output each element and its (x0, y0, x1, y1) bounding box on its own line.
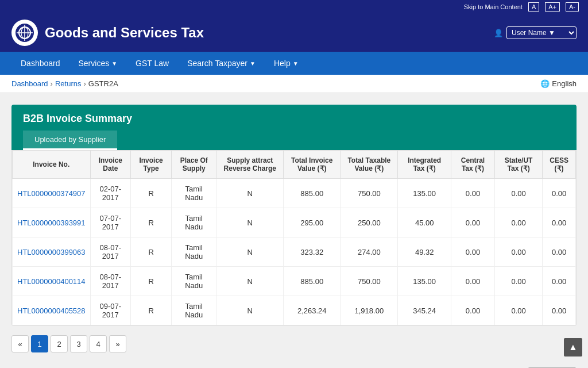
invoice-type-cell: R (131, 179, 172, 208)
pagination-page-2[interactable]: 2 (51, 335, 68, 352)
pagination-page-3[interactable]: 3 (70, 335, 87, 352)
place-of-supply-cell: Tamil Nadu (172, 267, 216, 296)
invoice-table: Invoice No. Invoice Date Invoice Type Pl… (12, 150, 576, 325)
help-caret-icon: ▼ (293, 60, 299, 67)
place-of-supply-cell: Tamil Nadu (172, 179, 216, 208)
section-header: B2B Invoice Summary Uploaded by Supplier (11, 105, 577, 150)
invoice-date-cell: 08-07-2017 (90, 237, 131, 267)
nav-help[interactable]: Help ▼ (265, 52, 308, 75)
col-integrated-tax: Integrated Tax (₹) (398, 151, 451, 179)
breadcrumb-sep1: › (51, 79, 53, 88)
back-area: BACK (11, 362, 577, 368)
total-taxable-value-cell: 1,918.00 (341, 296, 398, 325)
invoice-link: HTL0000000405528 (17, 306, 86, 315)
invoice-link: HTL0000000374907 (17, 189, 86, 198)
invoice-date-cell: 08-07-2017 (90, 267, 131, 296)
nav-services[interactable]: Services ▼ (69, 52, 127, 75)
font-normal[interactable]: A (528, 2, 539, 12)
reverse-charge-cell: N (216, 179, 284, 208)
pagination-next[interactable]: » (109, 335, 126, 352)
top-bar: Skip to Main Content A A+ A- (0, 0, 588, 14)
pagination-page-1[interactable]: 1 (31, 335, 48, 352)
col-total-taxable-value: Total Taxable Value (₹) (341, 151, 398, 179)
pagination-page-4[interactable]: 4 (90, 335, 107, 352)
invoice-link: HTL0000000400114 (17, 277, 86, 286)
col-central-tax: Central Tax (₹) (451, 151, 495, 179)
invoice-no-cell[interactable]: HTL0000000399063 (13, 237, 91, 267)
nav-gst-law[interactable]: GST Law (126, 52, 178, 75)
invoice-date-cell: 02-07-2017 (90, 179, 131, 208)
font-small[interactable]: A- (566, 2, 579, 12)
scroll-to-top[interactable]: ▲ (564, 338, 582, 356)
col-state-ut-tax: State/UT Tax (₹) (494, 151, 542, 179)
breadcrumb-bar: Dashboard › Returns › GSTR2A 🌐 English (0, 75, 588, 93)
nav-dashboard[interactable]: Dashboard (11, 52, 69, 75)
place-of-supply-cell: Tamil Nadu (172, 208, 216, 237)
tab-uploaded-by-supplier[interactable]: Uploaded by Supplier (23, 131, 117, 150)
integrated-tax-cell: 49.32 (398, 237, 451, 267)
invoice-link: HTL0000000393991 (17, 218, 86, 227)
skip-link[interactable]: Skip to Main Content (464, 3, 523, 10)
reverse-charge-cell: N (216, 296, 284, 325)
breadcrumb-sep2: › (83, 79, 86, 88)
invoice-type-cell: R (131, 237, 172, 267)
col-reverse-charge: Supply attract Reverse Charge (216, 151, 284, 179)
central-tax-cell: 0.00 (451, 208, 495, 237)
reverse-charge-cell: N (216, 267, 284, 296)
invoice-no-cell[interactable]: HTL0000000400114 (13, 267, 91, 296)
total-invoice-value-cell: 885.00 (284, 267, 341, 296)
total-invoice-value-cell: 2,263.24 (284, 296, 341, 325)
state-ut-tax-cell: 0.00 (494, 237, 542, 267)
search-caret-icon: ▼ (250, 60, 256, 67)
section-title: B2B Invoice Summary (23, 113, 565, 125)
breadcrumb-current: GSTR2A (88, 79, 118, 88)
breadcrumb-dashboard[interactable]: Dashboard (11, 79, 48, 88)
state-ut-tax-cell: 0.00 (494, 208, 542, 237)
total-taxable-value-cell: 750.00 (341, 267, 398, 296)
font-large[interactable]: A+ (545, 2, 560, 12)
section-tabs: Uploaded by Supplier (23, 131, 565, 150)
breadcrumb: Dashboard › Returns › GSTR2A (11, 79, 118, 88)
invoice-type-cell: R (131, 267, 172, 296)
cess-cell: 0.00 (543, 296, 576, 325)
reverse-charge-cell: N (216, 237, 284, 267)
invoice-date-cell: 07-07-2017 (90, 208, 131, 237)
nav-search-taxpayer[interactable]: Search Taxpayer ▼ (178, 52, 265, 75)
invoice-no-cell[interactable]: HTL0000000374907 (13, 179, 91, 208)
user-icon: 👤 (494, 29, 503, 37)
central-tax-cell: 0.00 (451, 267, 495, 296)
state-ut-tax-cell: 0.00 (494, 267, 542, 296)
state-ut-tax-cell: 0.00 (494, 179, 542, 208)
site-title: Goods and Services Tax (45, 25, 204, 41)
invoice-date-cell: 09-07-2017 (90, 296, 131, 325)
col-place-of-supply: Place Of Supply (172, 151, 216, 179)
globe-icon: 🌐 (540, 79, 550, 88)
invoice-no-cell[interactable]: HTL0000000393991 (13, 208, 91, 237)
col-cess: CESS (₹) (543, 151, 576, 179)
col-total-invoice-value: Total Invoice Value (₹) (284, 151, 341, 179)
pagination: «1234» (11, 326, 577, 362)
total-invoice-value-cell: 885.00 (284, 179, 341, 208)
table-body: HTL0000000374907 02-07-2017 R Tamil Nadu… (13, 179, 576, 325)
table-row: HTL0000000399063 08-07-2017 R Tamil Nadu… (13, 237, 576, 267)
invoice-no-cell[interactable]: HTL0000000405528 (13, 296, 91, 325)
table-row: HTL0000000405528 09-07-2017 R Tamil Nadu… (13, 296, 576, 325)
user-area: 👤 User Name ▼ (494, 26, 577, 39)
user-dropdown[interactable]: User Name ▼ (506, 26, 577, 39)
breadcrumb-returns[interactable]: Returns (55, 79, 82, 88)
cess-cell: 0.00 (543, 208, 576, 237)
header: Goods and Services Tax 👤 User Name ▼ (0, 14, 588, 52)
table-header-row: Invoice No. Invoice Date Invoice Type Pl… (13, 151, 576, 179)
integrated-tax-cell: 135.00 (398, 179, 451, 208)
total-invoice-value-cell: 323.32 (284, 237, 341, 267)
language-selector[interactable]: 🌐 English (540, 79, 577, 88)
total-taxable-value-cell: 250.00 (341, 208, 398, 237)
table-row: HTL0000000374907 02-07-2017 R Tamil Nadu… (13, 179, 576, 208)
table-row: HTL0000000393991 07-07-2017 R Tamil Nadu… (13, 208, 576, 237)
integrated-tax-cell: 345.24 (398, 296, 451, 325)
col-invoice-type: Invoice Type (131, 151, 172, 179)
invoice-table-container: Invoice No. Invoice Date Invoice Type Pl… (11, 150, 577, 326)
total-taxable-value-cell: 750.00 (341, 179, 398, 208)
pagination-prev[interactable]: « (11, 335, 29, 352)
invoice-link: HTL0000000399063 (17, 248, 86, 256)
